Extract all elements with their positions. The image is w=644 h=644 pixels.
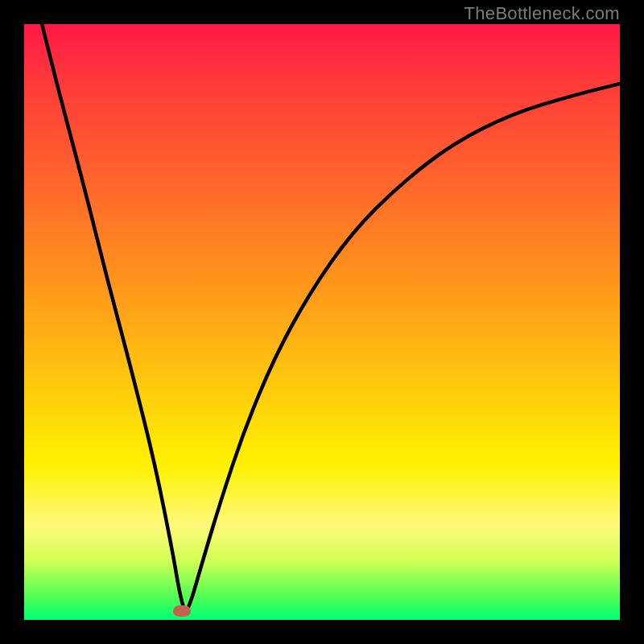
minimum-marker [173, 605, 191, 617]
bottleneck-curve [24, 24, 620, 620]
chart-frame [24, 24, 620, 620]
watermark-text: TheBottleneck.com [464, 3, 620, 24]
